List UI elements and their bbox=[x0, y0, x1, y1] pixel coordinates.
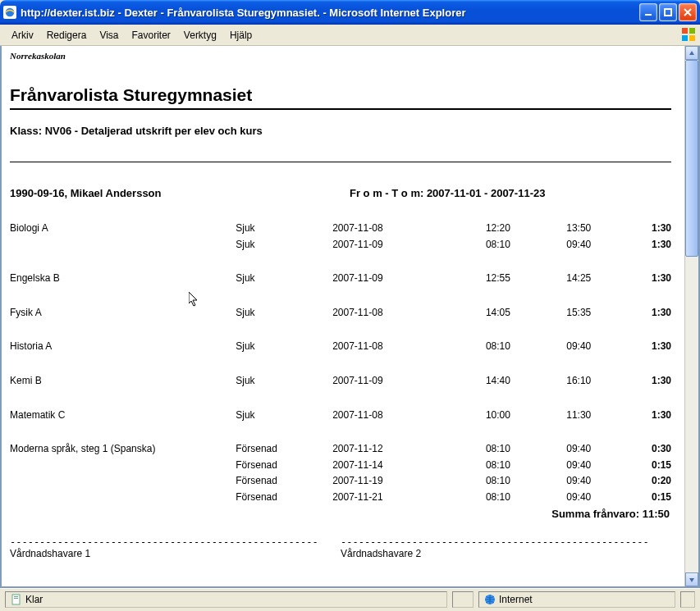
guardian-1: ----------------------------------------… bbox=[10, 536, 341, 559]
cell-end: 09:40 bbox=[566, 475, 635, 488]
statusbar: Klar Internet bbox=[0, 588, 700, 609]
cell-reason: Försenad bbox=[236, 491, 332, 504]
cell-duration: 1:30 bbox=[635, 222, 671, 235]
cell-date: 2007-11-09 bbox=[332, 375, 486, 388]
cell-start: 12:20 bbox=[486, 222, 566, 235]
svg-marker-9 bbox=[689, 51, 694, 55]
cell-date: 2007-11-12 bbox=[332, 443, 486, 456]
status-text: Klar bbox=[25, 594, 43, 605]
cell-reason: Sjuk bbox=[236, 239, 332, 252]
cell-duration: 1:30 bbox=[635, 307, 671, 320]
cell-duration: 1:30 bbox=[635, 272, 671, 285]
table-row: Biologi ASjuk2007-11-0812:2013:501:30 bbox=[10, 222, 671, 235]
cell-reason: Försenad bbox=[236, 475, 332, 488]
cell-course: Biologi A bbox=[10, 222, 236, 235]
scroll-thumb[interactable] bbox=[685, 60, 698, 257]
svg-rect-12 bbox=[12, 595, 20, 604]
cell-date: 2007-11-08 bbox=[332, 409, 486, 422]
cell-course: Matematik C bbox=[10, 409, 236, 422]
status-left: Klar bbox=[5, 591, 447, 608]
svg-marker-10 bbox=[689, 578, 694, 582]
vertical-scrollbar[interactable] bbox=[684, 46, 698, 586]
table-row: Fysik ASjuk2007-11-0814:0515:351:30 bbox=[10, 307, 671, 320]
cell-start: 08:10 bbox=[486, 491, 566, 504]
ie-icon bbox=[3, 6, 16, 19]
cell-end: 09:40 bbox=[566, 443, 635, 456]
status-zone: Internet bbox=[478, 591, 675, 608]
cell-course: Engelska B bbox=[10, 272, 236, 285]
svg-rect-14 bbox=[14, 598, 18, 599]
cell-end: 16:10 bbox=[566, 375, 635, 388]
school-name: Norrekaskolan bbox=[10, 51, 671, 61]
cell-start: 08:10 bbox=[486, 475, 566, 488]
menu-favoriter[interactable]: Favoriter bbox=[126, 27, 177, 43]
cell-duration: 1:30 bbox=[635, 375, 671, 388]
status-grip bbox=[680, 591, 695, 608]
document-body: Norrekaskolan Frånvarolista Sturegymnasi… bbox=[2, 46, 684, 586]
page-icon bbox=[11, 594, 22, 605]
page-title: Frånvarolista Sturegymnasiet bbox=[10, 85, 671, 105]
cell-end: 13:50 bbox=[566, 222, 635, 235]
cell-duration: 1:30 bbox=[635, 409, 671, 422]
guardians-section: ----------------------------------------… bbox=[10, 536, 671, 559]
globe-icon bbox=[484, 594, 496, 605]
scroll-up-button[interactable] bbox=[685, 46, 698, 60]
cell-date: 2007-11-21 bbox=[332, 491, 486, 504]
cell-date: 2007-11-08 bbox=[332, 307, 486, 320]
window-titlebar: http://dexter.ist.biz - Dexter - Frånvar… bbox=[0, 0, 700, 25]
cell-date: 2007-11-09 bbox=[332, 239, 486, 252]
cell-course: Fysik A bbox=[10, 307, 236, 320]
period-label: Fr o m - T o m: 2007-11-01 - 2007-11-23 bbox=[350, 187, 545, 199]
section-rule bbox=[10, 162, 671, 162]
cell-date: 2007-11-14 bbox=[332, 459, 486, 472]
scroll-track[interactable] bbox=[685, 60, 698, 572]
window-controls bbox=[639, 3, 697, 21]
menu-redigera[interactable]: Redigera bbox=[40, 27, 94, 43]
cell-start: 08:10 bbox=[486, 443, 566, 456]
table-row: Engelska BSjuk2007-11-0912:5514:251:30 bbox=[10, 272, 671, 285]
svg-rect-7 bbox=[682, 35, 688, 41]
cell-duration: 0:15 bbox=[635, 491, 671, 504]
guardian-2-label: Vårdnadshavare 2 bbox=[341, 548, 671, 559]
menu-hjalp[interactable]: Hjälp bbox=[223, 27, 258, 43]
cell-end: 09:40 bbox=[566, 459, 635, 472]
cell-end: 09:40 bbox=[566, 491, 635, 504]
student-header: 1990-09-16, Mikael Andersson Fr o m - T … bbox=[10, 187, 671, 199]
cell-reason: Sjuk bbox=[236, 222, 332, 235]
cell-course bbox=[10, 475, 236, 488]
cell-reason: Sjuk bbox=[236, 375, 332, 388]
window-title: http://dexter.ist.biz - Dexter - Frånvar… bbox=[21, 7, 466, 19]
menu-visa[interactable]: Visa bbox=[93, 27, 125, 43]
absence-table: Biologi ASjuk2007-11-0812:2013:501:30Sju… bbox=[10, 222, 671, 504]
svg-rect-13 bbox=[14, 596, 18, 597]
cell-start: 14:40 bbox=[486, 375, 566, 388]
class-line: Klass: NV06 - Detaljerad utskrift per el… bbox=[10, 125, 671, 137]
cell-end: 14:25 bbox=[566, 272, 635, 285]
cell-start: 12:55 bbox=[486, 272, 566, 285]
student-name: 1990-09-16, Mikael Andersson bbox=[10, 187, 350, 199]
status-zone-text: Internet bbox=[499, 594, 533, 605]
cell-date: 2007-11-08 bbox=[332, 340, 486, 353]
cell-reason: Sjuk bbox=[236, 272, 332, 285]
maximize-button[interactable] bbox=[659, 3, 677, 21]
cell-course: Moderna språk, steg 1 (Spanska) bbox=[10, 443, 236, 456]
table-row: Kemi BSjuk2007-11-0914:4016:101:30 bbox=[10, 375, 671, 388]
svg-point-0 bbox=[6, 8, 15, 17]
menu-arkiv[interactable]: Arkiv bbox=[5, 27, 40, 43]
guardian-1-label: Vårdnadshavare 1 bbox=[10, 548, 341, 559]
menu-verktyg[interactable]: Verktyg bbox=[177, 27, 223, 43]
close-button[interactable] bbox=[679, 3, 697, 21]
svg-rect-5 bbox=[682, 28, 688, 34]
scroll-down-button[interactable] bbox=[685, 572, 698, 586]
cell-duration: 1:30 bbox=[635, 239, 671, 252]
cell-start: 08:10 bbox=[486, 340, 566, 353]
minimize-button[interactable] bbox=[639, 3, 657, 21]
cell-reason: Försenad bbox=[236, 443, 332, 456]
cell-course bbox=[10, 459, 236, 472]
cell-course bbox=[10, 491, 236, 504]
guardian-2: ----------------------------------------… bbox=[341, 536, 671, 559]
cell-end: 09:40 bbox=[566, 239, 635, 252]
cell-end: 11:30 bbox=[566, 409, 635, 422]
svg-rect-8 bbox=[689, 35, 695, 41]
table-row: Moderna språk, steg 1 (Spanska)Försenad2… bbox=[10, 443, 671, 456]
